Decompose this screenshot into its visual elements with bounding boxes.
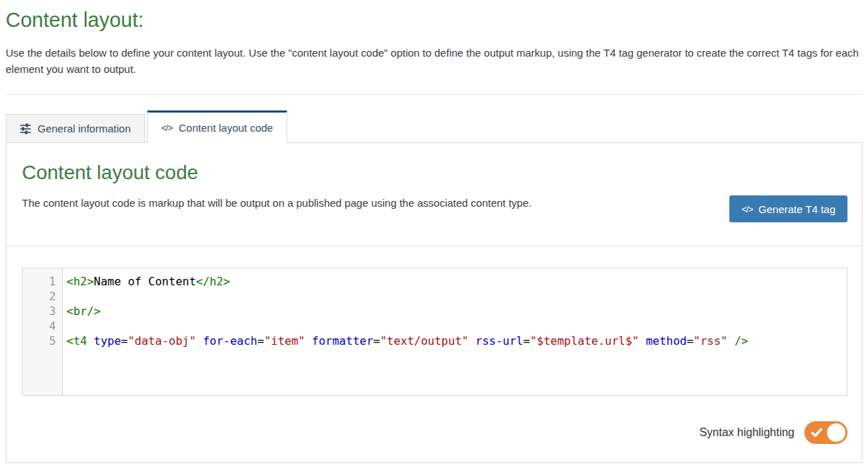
line-number: 2 [23,289,56,304]
line-number: 1 [23,274,56,289]
line-number: 3 [23,304,56,319]
generate-t4-tag-button[interactable]: </> Generate T4 tag [729,195,847,222]
editor-gutter: 12345 [23,268,63,395]
page-description: Use the details below to define your con… [6,45,862,77]
generate-t4-tag-button-label: Generate T4 tag [758,203,835,215]
panel-header: Content layout code The content layout c… [6,143,862,246]
sliders-icon [20,123,31,135]
tab-label: General information [37,122,131,135]
page: Content layout: Use the details below to… [0,0,868,463]
code-line: <h2>Name of Content</h2> [66,274,748,289]
code-icon: </> [161,122,173,133]
editor-code: <h2>Name of Content</h2><br/><t4 type="d… [63,268,748,395]
code-line [66,289,748,304]
tab-general-information[interactable]: General information [6,114,145,143]
page-title: Content layout: [6,8,862,32]
panel-heading: Content layout code [22,161,847,184]
tab-content-layout-code[interactable]: </> Content layout code [147,110,287,143]
panel-description: The content layout code is markup that w… [22,197,847,209]
code-line: <br/> [66,304,748,319]
code-line: <t4 type="data-obj" for-each="item" form… [66,333,748,348]
check-icon [811,427,823,438]
editor-footer: Syntax highlighting [22,421,847,444]
code-line [66,319,748,333]
top-divider [6,94,862,95]
content-panel: Content layout code The content layout c… [6,142,862,463]
tab-label: Content layout code [179,122,273,134]
tab-bar: General information </> Content layout c… [6,110,862,143]
syntax-highlighting-toggle[interactable] [804,421,847,444]
syntax-highlighting-label: Syntax highlighting [700,426,794,439]
panel-body: 12345 <h2>Name of Content</h2><br/><t4 t… [6,246,862,462]
line-number: 4 [23,319,56,333]
line-number: 5 [23,333,56,348]
code-editor[interactable]: 12345 <h2>Name of Content</h2><br/><t4 t… [22,268,847,396]
toggle-knob[interactable] [827,423,845,442]
code-icon: </> [741,204,753,215]
